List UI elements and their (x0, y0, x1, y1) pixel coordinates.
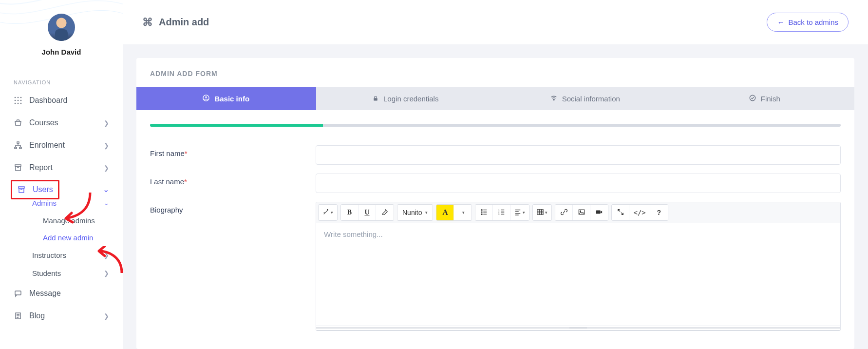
biography-label: Biography (150, 202, 296, 214)
sidebar-item-label: Courses (29, 118, 97, 127)
sidebar-item-students[interactable]: Students ❯ (19, 264, 123, 282)
editor-textarea[interactable]: Write something... (316, 223, 840, 326)
sidebar-item-label: Users (33, 185, 53, 194)
svg-rect-16 (15, 291, 21, 295)
chevron-down-icon: ⌄ (104, 199, 109, 207)
sidebar-item-add-new-admin[interactable]: Add new admin (29, 229, 123, 246)
svg-rect-32 (596, 210, 601, 213)
editor-bold-button[interactable]: B (341, 205, 359, 220)
svg-rect-29 (537, 209, 543, 214)
editor-toolbar: ▾ B U (316, 202, 840, 223)
sidebar-item-report[interactable]: Report ❯ (0, 156, 123, 179)
svg-point-5 (20, 100, 22, 101)
sidebar-item-message[interactable]: Message (0, 282, 123, 305)
page-title: Admin add (159, 17, 209, 28)
svg-rect-13 (16, 166, 20, 171)
basket-icon (14, 118, 22, 127)
expand-icon (617, 209, 624, 217)
chevron-right-icon: ❯ (104, 119, 109, 127)
editor-ol-button[interactable]: 123 (493, 205, 510, 220)
label-text: First name (150, 149, 185, 157)
editor-text-color-more[interactable]: ▾ (454, 205, 472, 220)
main: ⌘ Admin add ← Back to admins ADMIN ADD F… (123, 0, 868, 349)
sidebar-item-enrolment[interactable]: Enrolment ❯ (0, 134, 123, 156)
card-title: ADMIN ADD FORM (136, 58, 854, 87)
topbar: ⌘ Admin add ← Back to admins (123, 0, 868, 44)
sitemap-icon (14, 141, 22, 150)
tab-finish[interactable]: Finish (675, 87, 855, 110)
sidebar-item-label: Manage admins (43, 216, 109, 225)
lock-icon (373, 95, 378, 103)
align-icon (514, 209, 521, 217)
editor-link-button[interactable] (555, 205, 573, 220)
editor-table-button[interactable]: ▾ (533, 205, 551, 220)
svg-rect-10 (15, 147, 17, 149)
editor-resize-handle[interactable] (316, 326, 840, 330)
form-card: ADMIN ADD FORM Basic info Login credenti… (136, 58, 854, 349)
sidebar: John David NAVIGATION Dashboard Courses … (0, 0, 123, 349)
first-name-input[interactable] (316, 145, 841, 165)
chevron-right-icon: ❯ (104, 252, 109, 259)
svg-text:3: 3 (498, 213, 500, 215)
avatar[interactable] (48, 14, 75, 41)
editor-fullscreen-button[interactable] (612, 205, 629, 220)
editor-codeview-button[interactable]: </> (629, 205, 650, 220)
editor-image-button[interactable] (573, 205, 590, 220)
list-ol-icon: 123 (498, 209, 505, 217)
grid-icon (14, 96, 22, 105)
form-tabs: Basic info Login credentials Social info… (136, 87, 854, 110)
nav: Dashboard Courses ❯ Enrolment ❯ (0, 89, 123, 349)
editor-ul-button[interactable] (475, 205, 493, 220)
table-icon (537, 209, 544, 217)
tab-social-information[interactable]: Social information (495, 87, 675, 110)
label-text: Last name (150, 177, 184, 186)
svg-point-6 (15, 103, 16, 104)
back-to-admins-button[interactable]: ← Back to admins (767, 13, 849, 32)
page-title-row: ⌘ Admin add (142, 16, 209, 29)
editor-help-button[interactable]: ? (650, 205, 668, 220)
editor-eraser-button[interactable] (376, 205, 394, 220)
editor-magic-button[interactable]: ▾ (319, 205, 337, 220)
svg-rect-15 (19, 188, 24, 193)
archive-icon (17, 185, 26, 194)
font-name: Nunito (402, 209, 422, 216)
check-circle-icon (749, 95, 756, 103)
sidebar-item-label: Add new admin (43, 233, 109, 242)
editor-paragraph-button[interactable]: ▾ (510, 205, 529, 220)
sidebar-item-dashboard[interactable]: Dashboard (0, 89, 123, 112)
tab-basic-info[interactable]: Basic info (136, 87, 316, 110)
chevron-right-icon: ❯ (104, 312, 109, 320)
svg-point-25 (481, 213, 482, 214)
svg-point-0 (15, 97, 16, 98)
svg-point-1 (18, 97, 19, 98)
last-name-input[interactable] (316, 174, 841, 193)
sidebar-item-label: Admins (32, 199, 97, 207)
tab-label: Finish (761, 95, 780, 103)
chevron-right-icon: ❯ (104, 142, 109, 149)
svg-point-8 (20, 103, 22, 104)
annotation-highlight-users: Users (11, 180, 59, 199)
sidebar-item-users[interactable]: Users (12, 181, 58, 198)
chevron-right-icon: ❯ (104, 164, 109, 172)
svg-point-21 (553, 99, 554, 100)
command-icon: ⌘ (142, 16, 153, 29)
editor-underline-button[interactable]: U (359, 205, 376, 220)
nav-section-title: NAVIGATION (0, 65, 123, 89)
svg-rect-9 (17, 142, 19, 143)
form: First name* Last name* Biography (136, 127, 854, 349)
required-mark: * (184, 177, 187, 186)
tab-label: Basic info (214, 95, 249, 103)
tab-login-credentials[interactable]: Login credentials (316, 87, 496, 110)
required-mark: * (185, 149, 188, 157)
editor-text-color-button[interactable]: A (436, 205, 454, 220)
svg-rect-11 (19, 147, 21, 149)
rich-text-editor: ▾ B U (316, 202, 841, 331)
sidebar-item-manage-admins[interactable]: Manage admins (29, 212, 123, 229)
sidebar-item-instructors[interactable]: Instructors ❯ (19, 246, 123, 264)
first-name-label: First name* (150, 145, 296, 157)
sidebar-item-blog[interactable]: Blog ❯ (0, 305, 123, 327)
editor-video-button[interactable] (590, 205, 608, 220)
svg-point-19 (206, 97, 208, 98)
editor-font-select[interactable]: Nunito▾ (397, 205, 433, 220)
sidebar-item-courses[interactable]: Courses ❯ (0, 112, 123, 134)
